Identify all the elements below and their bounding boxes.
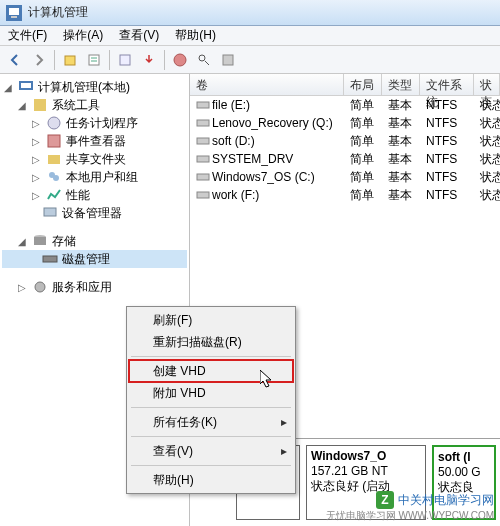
event-icon	[46, 133, 62, 149]
svg-rect-23	[43, 256, 57, 262]
export-button[interactable]	[138, 49, 160, 71]
svg-rect-20	[44, 208, 56, 216]
menu-view[interactable]: 查看(V)	[119, 27, 159, 44]
disk-icon	[42, 251, 58, 267]
col-status[interactable]: 状态	[474, 74, 500, 95]
col-layout[interactable]: 布局	[344, 74, 382, 95]
services-icon	[32, 279, 48, 295]
svg-point-15	[48, 117, 60, 129]
volume-row[interactable]: file (E:)简单基本NTFS状态良	[190, 96, 500, 114]
separator	[54, 50, 55, 70]
device-icon	[42, 205, 58, 221]
drive-icon	[196, 188, 210, 202]
svg-rect-13	[21, 83, 31, 88]
computer-icon	[18, 79, 34, 95]
volume-row[interactable]: SYSTEM_DRV简单基本NTFS状态良	[190, 150, 500, 168]
cursor-icon	[260, 370, 276, 390]
svg-rect-25	[197, 102, 209, 108]
watermark: Z中关村电脑学习网 无忧电脑学习网 WWW.WYPCW.COM	[326, 491, 494, 522]
logo-icon: Z	[376, 491, 394, 509]
menu-action[interactable]: 操作(A)	[63, 27, 103, 44]
svg-rect-30	[197, 192, 209, 198]
volume-row[interactable]: soft (D:)简单基本NTFS状态良	[190, 132, 500, 150]
tree-storage[interactable]: ◢存储	[2, 232, 187, 250]
svg-rect-2	[11, 16, 17, 18]
drive-icon	[196, 170, 210, 184]
drive-icon	[196, 134, 210, 148]
menubar: 文件(F) 操作(A) 查看(V) 帮助(H)	[0, 26, 500, 46]
col-fs[interactable]: 文件系统	[420, 74, 474, 95]
tree-item[interactable]: ▷任务计划程序	[2, 114, 187, 132]
svg-rect-16	[48, 135, 60, 147]
volume-row[interactable]: work (F:)简单基本NTFS状态良	[190, 186, 500, 204]
separator	[164, 50, 165, 70]
task-icon	[46, 115, 62, 131]
context-menu: 刷新(F) 重新扫描磁盘(R) 创建 VHD 附加 VHD 所有任务(K) 查看…	[126, 306, 296, 494]
menu-separator	[131, 407, 291, 408]
menu-rescan[interactable]: 重新扫描磁盘(R)	[129, 331, 293, 353]
svg-line-10	[205, 61, 209, 65]
up-button[interactable]	[59, 49, 81, 71]
titlebar: 计算机管理	[0, 0, 500, 26]
svg-rect-3	[65, 56, 75, 65]
menu-refresh[interactable]: 刷新(F)	[129, 309, 293, 331]
svg-rect-7	[120, 55, 130, 65]
menu-separator	[131, 465, 291, 466]
separator	[109, 50, 110, 70]
menu-separator	[131, 436, 291, 437]
tree-item[interactable]: ▷性能	[2, 186, 187, 204]
svg-rect-17	[48, 155, 60, 164]
tools-icon	[32, 97, 48, 113]
tree-root[interactable]: ◢计算机管理(本地)	[2, 78, 187, 96]
toolbar	[0, 46, 500, 74]
share-icon	[46, 151, 62, 167]
svg-point-24	[35, 282, 45, 292]
menu-separator	[131, 356, 291, 357]
svg-rect-27	[197, 138, 209, 144]
storage-icon	[32, 233, 48, 249]
menu-help[interactable]: 帮助(H)	[175, 27, 216, 44]
forward-button[interactable]	[28, 49, 50, 71]
svg-rect-22	[34, 237, 46, 245]
tree-diskmgmt[interactable]: 磁盘管理	[2, 250, 187, 268]
drive-icon	[196, 98, 210, 112]
option-button[interactable]	[217, 49, 239, 71]
col-type[interactable]: 类型	[382, 74, 420, 95]
tree-item[interactable]: ▷本地用户和组	[2, 168, 187, 186]
svg-rect-26	[197, 120, 209, 126]
drive-icon	[196, 152, 210, 166]
properties-button[interactable]	[83, 49, 105, 71]
svg-point-9	[199, 55, 205, 61]
refresh-button[interactable]	[114, 49, 136, 71]
menu-view[interactable]: 查看(V)	[129, 440, 293, 462]
volume-list-header: 卷 布局 类型 文件系统 状态	[190, 74, 500, 96]
volume-row[interactable]: Windows7_OS (C:)简单基本NTFS状态良	[190, 168, 500, 186]
svg-rect-28	[197, 156, 209, 162]
tree-item[interactable]: ▷共享文件夹	[2, 150, 187, 168]
back-button[interactable]	[4, 49, 26, 71]
perf-icon	[46, 187, 62, 203]
volume-row[interactable]: Lenovo_Recovery (Q:)简单基本NTFS状态良	[190, 114, 500, 132]
svg-rect-14	[34, 99, 46, 111]
svg-point-8	[174, 54, 186, 66]
svg-rect-11	[223, 55, 233, 65]
tree-systools[interactable]: ◢系统工具	[2, 96, 187, 114]
col-volume[interactable]: 卷	[190, 74, 344, 95]
drive-icon	[196, 116, 210, 130]
svg-rect-29	[197, 174, 209, 180]
menu-file[interactable]: 文件(F)	[8, 27, 47, 44]
tree-services[interactable]: ▷服务和应用	[2, 278, 187, 296]
svg-rect-1	[9, 8, 19, 15]
tree-item[interactable]: 设备管理器	[2, 204, 187, 222]
menu-all-tasks[interactable]: 所有任务(K)	[129, 411, 293, 433]
settings-button[interactable]	[193, 49, 215, 71]
svg-point-19	[53, 175, 59, 181]
menu-help[interactable]: 帮助(H)	[129, 469, 293, 491]
window-title: 计算机管理	[28, 4, 88, 21]
svg-rect-4	[89, 55, 99, 65]
users-icon	[46, 169, 62, 185]
app-icon	[6, 5, 22, 21]
tree-item[interactable]: ▷事件查看器	[2, 132, 187, 150]
help-button[interactable]	[169, 49, 191, 71]
